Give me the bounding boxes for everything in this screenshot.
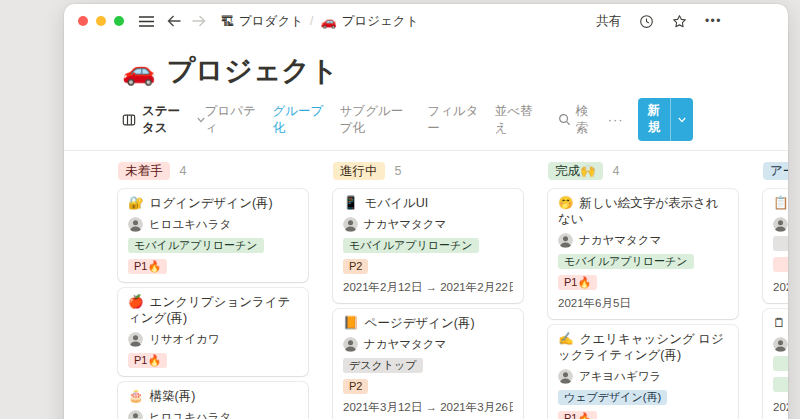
column-status-badge[interactable]: 完成🙌 xyxy=(548,162,603,180)
card-title-text: 新しい絵文字が表示されない xyxy=(558,196,719,226)
card-tag: モバイルアプリローチン xyxy=(128,238,264,253)
zoom-window-button[interactable] xyxy=(114,16,124,26)
share-button[interactable]: 共有 xyxy=(596,13,621,30)
card-title-text: 構築(再) xyxy=(150,389,196,403)
toolbar-menu-item[interactable]: グループ化 xyxy=(272,103,323,137)
assignee-avatar xyxy=(343,217,358,232)
window-more-button[interactable]: ••• xyxy=(705,14,722,28)
breadcrumb-label: プロダクト xyxy=(239,13,303,30)
assignee-avatar xyxy=(343,337,358,352)
breadcrumb-label: プロジェクト xyxy=(342,13,419,30)
assignee-name: アキヨハギワラ xyxy=(579,369,661,384)
search-icon xyxy=(558,113,571,126)
card-tag xyxy=(773,257,788,272)
page-title[interactable]: 🚗 プロジェクト xyxy=(122,52,788,90)
assignee-avatar xyxy=(558,369,573,384)
card-assignee xyxy=(773,336,788,352)
column-status-badge[interactable]: 進行中 xyxy=(333,162,385,180)
card-emoji-icon: 🗒 xyxy=(773,316,786,330)
board-card[interactable]: 📙ページデザイン(再)ナカヤマタクマデスクトップP22021年3月12日 → 2… xyxy=(333,309,523,419)
page-header: 🚗 プロジェクト xyxy=(64,38,788,90)
breadcrumb-page-icon: 🏗 xyxy=(221,14,234,29)
card-tag-row: P1🔥 xyxy=(558,409,728,419)
card-assignee: リサオイカワ xyxy=(128,331,298,347)
card-tag-row: ウェブデザイン(再) xyxy=(558,388,728,405)
board-card[interactable]: 🤭新しい絵文字が表示されないナカヤマタクマモバイルアプリローチンP1🔥2021年… xyxy=(548,189,738,319)
card-tag: モバイルアプリローチン xyxy=(558,254,694,269)
search-button[interactable]: 検索 xyxy=(558,103,594,137)
card-tag-row: モバイルアプリローチン xyxy=(343,236,513,253)
new-button-label: 新規 xyxy=(638,98,670,141)
card-tag: P1🔥 xyxy=(128,353,167,368)
card-date-range: 2021年2月12日 → 2021年2月22日 xyxy=(343,280,513,295)
board-card[interactable]: 📱モバイルUIナカヤマタクマモバイルアプリローチンP22021年2月12日 → … xyxy=(333,189,523,303)
toolbar-menu-item[interactable]: サブグループ化 xyxy=(340,103,412,137)
assignee-name: ヒロユキハラタ xyxy=(149,217,231,232)
card-title: 🎂構築(再) xyxy=(128,388,298,404)
breadcrumb-page-icon: 🚗 xyxy=(320,14,336,29)
board: 未着手4🔐ログインデザイン(再)ヒロユキハラタモバイルアプリローチンP1🔥🍎エン… xyxy=(64,151,788,419)
card-title: 🤭新しい絵文字が表示されない xyxy=(558,195,728,227)
column-header: 進行中5 xyxy=(333,161,523,181)
assignee-avatar xyxy=(128,410,143,419)
column-header: 完成🙌4 xyxy=(548,161,738,181)
card-tag-row: P2 xyxy=(343,377,513,394)
back-button[interactable] xyxy=(167,15,181,27)
star-icon[interactable] xyxy=(672,14,687,29)
assignee-name: リサオイカワ xyxy=(149,332,220,347)
card-title-text: ページデザイン(再) xyxy=(365,316,475,330)
toolbar-more-button[interactable]: ··· xyxy=(608,112,624,127)
card-title: ✍️クエリキャッシング ロジックライティング(再) xyxy=(558,331,728,363)
column-status-badge[interactable]: 未着手 xyxy=(118,162,170,180)
clock-icon[interactable] xyxy=(639,14,654,29)
new-button[interactable]: 新規 xyxy=(638,98,693,141)
card-tag: P1🔥 xyxy=(128,259,167,274)
forward-button[interactable] xyxy=(192,15,206,27)
card-tag-row: モバイルアプリローチン xyxy=(128,236,298,253)
card-emoji-icon: 📱 xyxy=(343,196,359,210)
card-tag: P1🔥 xyxy=(558,275,597,290)
board-card[interactable]: 🔐ログインデザイン(再)ヒロユキハラタモバイルアプリローチンP1🔥 xyxy=(118,189,308,282)
toolbar-menu-item[interactable]: 並べ替え xyxy=(495,103,536,137)
card-assignee: アキヨハギワラ xyxy=(558,368,728,384)
card-date-range: 2021年 xyxy=(773,280,788,295)
board-view-icon xyxy=(122,113,136,127)
card-emoji-icon: 📙 xyxy=(343,316,359,330)
board-card[interactable]: 🍎エンクリプションライティング(再)リサオイカワP1🔥 xyxy=(118,288,308,376)
view-selector-button[interactable]: ステータス xyxy=(122,103,205,137)
chevron-down-icon[interactable] xyxy=(670,98,693,141)
card-tag xyxy=(773,356,788,371)
page-icon[interactable]: 🚗 xyxy=(122,55,156,87)
assignee-avatar xyxy=(773,217,788,232)
minimize-window-button[interactable] xyxy=(96,16,106,26)
board-card[interactable]: 🗒2021年 xyxy=(763,309,788,419)
card-emoji-icon: 🤭 xyxy=(558,196,574,210)
breadcrumb-item[interactable]: 🏗プロダクト xyxy=(221,13,303,30)
card-tag xyxy=(773,377,788,392)
card-assignee: ヒロユキハラタ xyxy=(128,409,298,419)
card-tag: モバイルアプリローチン xyxy=(343,238,479,253)
card-tag-row xyxy=(773,356,788,373)
hamburger-menu-icon[interactable] xyxy=(139,16,154,27)
view-selector-label: ステータス xyxy=(142,103,190,137)
breadcrumb-item[interactable]: 🚗プロジェクト xyxy=(320,13,418,30)
card-tag-row: P2 xyxy=(343,257,513,274)
card-title: 📙ページデザイン(再) xyxy=(343,315,513,331)
toolbar-menu-item[interactable]: プロパティ xyxy=(205,103,257,137)
card-title: 📋 xyxy=(773,195,788,211)
card-tag-row: P1🔥 xyxy=(128,257,298,274)
column-status-badge[interactable]: アーカイブ xyxy=(763,162,788,180)
card-title: 🍎エンクリプションライティング(再) xyxy=(128,294,298,326)
board-card[interactable]: 📋2021年 xyxy=(763,189,788,303)
close-window-button[interactable] xyxy=(78,16,88,26)
card-emoji-icon: ✍️ xyxy=(558,332,574,346)
card-emoji-icon: 🍎 xyxy=(128,295,144,309)
toolbar-menu-item[interactable]: フィルター xyxy=(427,103,478,137)
card-title: 🔐ログインデザイン(再) xyxy=(128,195,298,211)
board-card[interactable]: ✍️クエリキャッシング ロジックライティング(再)アキヨハギワラウェブデザイン(… xyxy=(548,325,738,419)
card-emoji-icon: 🎂 xyxy=(128,389,144,403)
assignee-name: ナカヤマタクマ xyxy=(364,337,446,352)
card-emoji-icon: 📋 xyxy=(773,196,788,210)
breadcrumb: 🏗プロダクト/🚗プロジェクト xyxy=(221,13,418,30)
board-card[interactable]: 🎂構築(再)ヒロユキハラタアドホックP1🔥 xyxy=(118,382,308,419)
